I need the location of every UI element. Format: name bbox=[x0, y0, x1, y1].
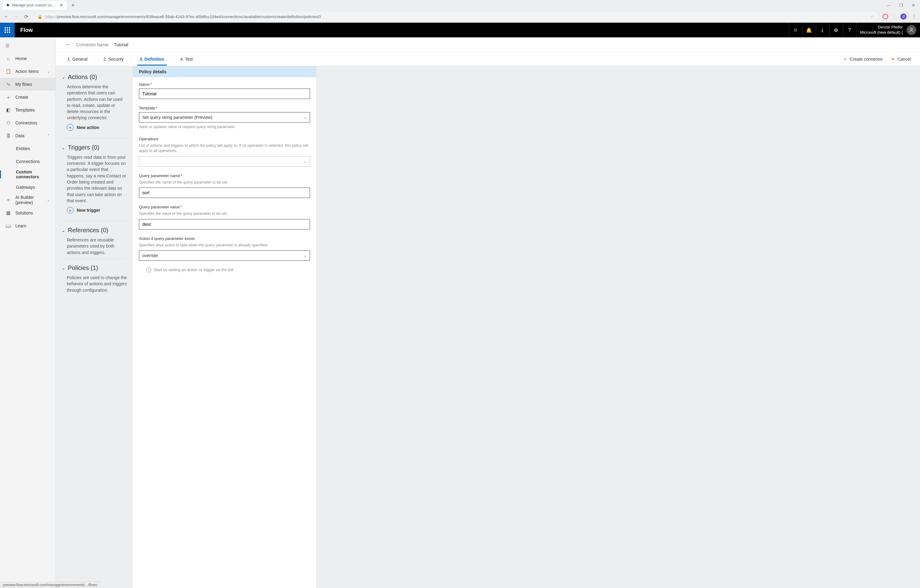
action-select[interactable]: override⌄ bbox=[139, 250, 310, 261]
actions-desc: Actions determine the operations that us… bbox=[62, 84, 127, 121]
maximize-icon[interactable]: ❐ bbox=[899, 3, 903, 8]
chevron-down-icon: ⌄ bbox=[62, 145, 65, 150]
minimize-icon[interactable]: — bbox=[887, 3, 891, 8]
sidebar-item-home[interactable]: ⌂Home bbox=[0, 52, 55, 65]
sidebar-item-ai-builder[interactable]: ✧AI Builder (preview)⌄ bbox=[0, 194, 55, 207]
chevron-down-icon: ⌄ bbox=[304, 159, 307, 164]
browser-menu-icon[interactable]: ⋮ bbox=[912, 14, 916, 19]
crumb-label: Connector Name bbox=[76, 42, 109, 47]
url-box[interactable]: 🔒 https://preview.flow.microsoft.com/man… bbox=[33, 12, 878, 21]
reload-icon[interactable]: ⟳ bbox=[23, 14, 29, 19]
operations-select[interactable]: ⌄ bbox=[139, 156, 310, 167]
chevron-down-icon: ⌄ bbox=[304, 254, 307, 258]
references-desc: References are reusable parameters used … bbox=[62, 237, 127, 255]
chevron-down-icon: ⌄ bbox=[62, 265, 65, 271]
step-definition[interactable]: 3. Definition bbox=[138, 57, 167, 61]
name-label: Name* bbox=[139, 82, 310, 87]
tab-favicon bbox=[6, 3, 10, 7]
opera-icon[interactable] bbox=[883, 14, 888, 19]
sidebar-item-connectors[interactable]: ⚇Connectors bbox=[0, 116, 55, 129]
policies-section-header[interactable]: ⌄Policies (1) bbox=[62, 265, 127, 271]
back-arrow-icon[interactable]: ← bbox=[65, 41, 71, 48]
triggers-section-header[interactable]: ⌄Triggers (0) bbox=[62, 144, 127, 151]
new-trigger-button[interactable]: +New trigger bbox=[62, 207, 127, 213]
browser-tab[interactable]: Manage your custom connectors ✕ bbox=[2, 1, 67, 10]
sidebar-item-custom-connectors[interactable]: Custom connectors bbox=[0, 168, 55, 181]
sidebar-item-data[interactable]: 🗄Data⌃ bbox=[0, 129, 55, 142]
app-bar: Flow ☺ 🔔 ⭳ ⚙ ? Denzel Pfeifer Microsoft … bbox=[0, 23, 920, 37]
info-icon: i bbox=[146, 268, 151, 272]
data-icon: 🗄 bbox=[5, 133, 11, 139]
create-connector-button[interactable]: ✓Create connector bbox=[844, 57, 883, 61]
operations-help: List of actions and triggers to which th… bbox=[139, 143, 310, 154]
sidebar-item-connections[interactable]: Connections bbox=[0, 155, 55, 168]
sidebar-item-my-flows[interactable]: ∿My flows bbox=[0, 78, 55, 91]
download-icon[interactable]: ⭳ bbox=[816, 23, 829, 37]
qpn-label: Query parameter name* bbox=[139, 173, 310, 178]
actions-section-header[interactable]: ⌄Actions (0) bbox=[62, 74, 127, 81]
qpv-help: Specifies the value of the query paramet… bbox=[139, 211, 310, 216]
cancel-button[interactable]: ✕Cancel bbox=[891, 57, 911, 61]
waffle-button[interactable] bbox=[0, 23, 15, 37]
qpn-input[interactable] bbox=[139, 187, 310, 198]
chevron-down-icon: ⌄ bbox=[47, 198, 50, 202]
main: ← Connector Name Tutorial 1. General 〉 2… bbox=[56, 37, 920, 588]
steps-bar: 1. General 〉 2. Security 〉 3. Definition… bbox=[56, 52, 920, 66]
check-icon: ✓ bbox=[844, 57, 847, 61]
close-window-icon[interactable]: ✕ bbox=[912, 3, 915, 8]
home-icon: ⌂ bbox=[5, 56, 11, 61]
new-action-button[interactable]: +New action bbox=[62, 124, 127, 131]
star-icon[interactable]: ☆ bbox=[870, 15, 874, 19]
user-block[interactable]: Denzel Pfeifer Microsoft (new default) ( bbox=[856, 23, 920, 37]
step-test[interactable]: 4. Test bbox=[178, 57, 195, 61]
sidebar-item-action-items[interactable]: 📋Action items⌄ bbox=[0, 65, 55, 78]
gear-icon[interactable]: ⚙ bbox=[829, 23, 843, 37]
browser-avatar[interactable]: d bbox=[901, 13, 907, 19]
browser-tabstrip: Manage your custom connectors ✕ + — ❐ ✕ bbox=[0, 0, 920, 10]
svg-point-0 bbox=[910, 28, 912, 30]
references-section-header[interactable]: ⌄References (0) bbox=[62, 227, 127, 234]
clipboard-icon: 📋 bbox=[5, 69, 11, 74]
lock-icon: 🔒 bbox=[37, 15, 42, 19]
chevron-down-icon: ⌄ bbox=[62, 74, 65, 80]
sidebar: ☰ ⌂Home 📋Action items⌄ ∿My flows +Create… bbox=[0, 37, 56, 588]
chevron-up-icon: ⌃ bbox=[47, 134, 50, 138]
chevron-right-icon: 〉 bbox=[130, 57, 134, 61]
policy-details-header: Policy details bbox=[133, 66, 316, 77]
sidebar-item-learn[interactable]: 📖Learn bbox=[0, 220, 55, 232]
plus-circle-icon: + bbox=[67, 207, 74, 213]
hamburger-icon[interactable]: ☰ bbox=[0, 39, 15, 52]
new-tab-button[interactable]: + bbox=[69, 1, 77, 10]
chevron-down-icon: ⌄ bbox=[304, 115, 307, 120]
close-tab-icon[interactable]: ✕ bbox=[60, 3, 63, 8]
forward-icon[interactable]: → bbox=[13, 14, 19, 19]
operations-label: Operations bbox=[139, 137, 310, 141]
smiley-icon[interactable]: ☺ bbox=[789, 23, 802, 37]
sidebar-item-entities[interactable]: Entities bbox=[0, 142, 55, 155]
step-security[interactable]: 2. Security bbox=[101, 57, 126, 61]
step-general[interactable]: 1. General bbox=[65, 57, 90, 61]
sidebar-item-gateways[interactable]: Gateways bbox=[0, 181, 55, 194]
ai-icon: ✧ bbox=[5, 197, 11, 203]
solution-icon: ▦ bbox=[5, 210, 11, 216]
breadcrumb: ← Connector Name Tutorial bbox=[56, 37, 920, 52]
name-input[interactable] bbox=[139, 89, 310, 99]
template-icon: ◧ bbox=[5, 107, 11, 113]
connector-icon: ⚇ bbox=[5, 120, 11, 126]
chevron-down-icon: ⌄ bbox=[62, 227, 65, 233]
template-select[interactable]: Set query string parameter (Preview)⌄ bbox=[139, 112, 310, 123]
user-avatar-icon bbox=[907, 25, 916, 35]
window-controls: — ❐ ✕ bbox=[887, 3, 920, 8]
book-icon: 📖 bbox=[5, 223, 11, 229]
qpv-input[interactable] bbox=[139, 219, 310, 229]
policies-desc: Policies are used to change the behavior… bbox=[62, 275, 127, 293]
action-help: Specifies what action to take when the q… bbox=[139, 243, 310, 248]
bell-icon[interactable]: 🔔 bbox=[802, 23, 816, 37]
browser-address-bar: ← → ⟳ 🔒 https://preview.flow.microsoft.c… bbox=[0, 10, 920, 23]
sidebar-item-templates[interactable]: ◧Templates bbox=[0, 103, 55, 116]
back-icon[interactable]: ← bbox=[4, 14, 9, 19]
help-icon[interactable]: ? bbox=[843, 23, 856, 37]
definition-sections: ⌄Actions (0) Actions determine the opera… bbox=[56, 66, 133, 588]
sidebar-item-solutions[interactable]: ▦Solutions bbox=[0, 207, 55, 220]
sidebar-item-create[interactable]: +Create bbox=[0, 91, 55, 103]
